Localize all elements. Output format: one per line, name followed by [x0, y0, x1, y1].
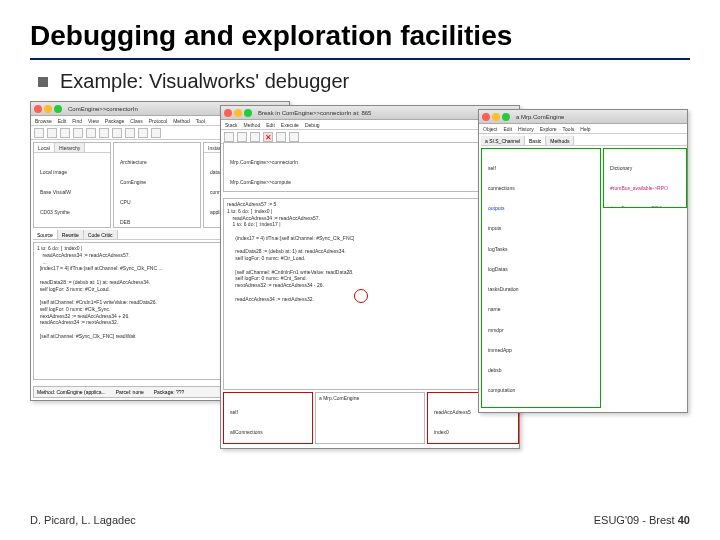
window-title: a Mrp.ComEngine	[516, 114, 564, 120]
tab[interactable]: Basic	[525, 136, 546, 145]
zoom-icon[interactable]	[244, 109, 252, 117]
toolbar-button[interactable]	[47, 128, 57, 138]
stack-frame[interactable]: Mrp.ComEngine>>compute	[227, 179, 515, 186]
tab[interactable]: Code Critic	[84, 230, 118, 239]
toolbar-button[interactable]	[86, 128, 96, 138]
list-item[interactable]: Architecture	[117, 159, 197, 166]
menu-bar[interactable]: Stack Method Edit Execute Debug	[221, 120, 519, 130]
ivar-item[interactable]: self	[485, 165, 597, 172]
minimize-icon[interactable]	[234, 109, 242, 117]
toolbar-button[interactable]	[99, 128, 109, 138]
ivar-item[interactable]: name	[485, 306, 597, 313]
menu-item[interactable]: Edit	[503, 126, 512, 132]
step-button[interactable]	[224, 132, 234, 142]
tab[interactable]: Hierarchy	[55, 143, 85, 152]
menu-item[interactable]: Edit	[266, 122, 275, 128]
step-into-button[interactable]	[237, 132, 247, 142]
list-item[interactable]: DEB	[117, 219, 197, 226]
tab[interactable]: a SI.S_Channel	[481, 136, 525, 145]
menu-item[interactable]: Browse	[35, 118, 52, 124]
step-over-button[interactable]	[250, 132, 260, 142]
status-parcel: Parcel: none	[116, 389, 144, 395]
menu-item[interactable]: Edit	[58, 118, 67, 124]
var-item[interactable]: index0	[431, 429, 515, 436]
continue-button[interactable]	[289, 132, 299, 142]
toolbar-button[interactable]	[112, 128, 122, 138]
list-item[interactable]: Base VisualW	[37, 189, 107, 196]
list-item[interactable]: ComEngine	[117, 179, 197, 186]
menu-item[interactable]: Help	[580, 126, 590, 132]
close-icon[interactable]	[34, 105, 42, 113]
toolbar-button[interactable]	[73, 128, 83, 138]
menu-item[interactable]: Package	[105, 118, 124, 124]
menu-item[interactable]: Object	[483, 126, 497, 132]
tab[interactable]: Source	[33, 230, 58, 239]
footer-venue: ESUG'09 - Brest	[594, 514, 675, 526]
bullet-icon	[38, 77, 48, 87]
list-item[interactable]: Local image	[37, 169, 107, 176]
stop-button[interactable]: ✕	[263, 132, 273, 142]
inspector-tabs: a SI.S_Channel Basic Methods	[481, 136, 687, 146]
menu-item[interactable]: Method	[244, 122, 261, 128]
ivar-item[interactable]: debsb	[485, 367, 597, 374]
menu-item[interactable]: Method	[173, 118, 190, 124]
var-item[interactable]: self	[227, 409, 309, 416]
tab[interactable]: Local	[34, 143, 55, 152]
menu-item[interactable]: Class	[130, 118, 143, 124]
menu-item[interactable]: Debug	[305, 122, 320, 128]
code-pane[interactable]: readAccAdress57 := 5. 1 to: 6 do: [ :ind…	[223, 198, 519, 390]
close-icon[interactable]	[224, 109, 232, 117]
zoom-icon[interactable]	[502, 113, 510, 121]
var-item[interactable]: allConnections	[227, 429, 309, 436]
ivar-item[interactable]: mmdpr	[485, 327, 597, 334]
value-line: #romBus_start->a RPO	[607, 205, 683, 208]
ivar-list[interactable]: self connections outputs inputs logTasks…	[481, 148, 601, 408]
value-pane[interactable]: a Mrp.ComEngine	[315, 392, 425, 444]
ivar-item[interactable]: immedApp	[485, 347, 597, 354]
footer-authors: D. Picard, L. Lagadec	[30, 514, 136, 526]
ivar-value-pane[interactable]: Dictionary #romBus_available->RPO #romBu…	[603, 148, 687, 208]
restart-button[interactable]	[276, 132, 286, 142]
toolbar-button[interactable]	[34, 128, 44, 138]
toolbar-button[interactable]	[60, 128, 70, 138]
value-line: #romBus_available->RPO	[607, 185, 683, 192]
stack-frame[interactable]: Mrp.ComEngine>>connectorIn	[227, 159, 515, 166]
package-list[interactable]: LocalHierarchy Local image Base VisualW …	[33, 142, 111, 228]
list-item[interactable]: CD03 Synthe	[37, 209, 107, 216]
titlebar: a Mrp.ComEngine	[479, 110, 687, 124]
stack-pane[interactable]: Mrp.ComEngine>>connectorIn Mrp.ComEngine…	[223, 142, 519, 192]
ivar-item[interactable]: tasksDuration	[485, 286, 597, 293]
menu-item[interactable]: Tool	[196, 118, 205, 124]
ivar-item[interactable]: inputs	[485, 225, 597, 232]
menu-item[interactable]: Find	[72, 118, 82, 124]
menu-item[interactable]: Execute	[281, 122, 299, 128]
menu-item[interactable]: Explore	[540, 126, 557, 132]
receiver-vars-pane[interactable]: self allConnections connections primitiv…	[223, 392, 313, 444]
menu-item[interactable]: History	[518, 126, 534, 132]
toolbar-button[interactable]	[125, 128, 135, 138]
menu-bar[interactable]: Object Edit History Explore Tools Help	[479, 124, 687, 134]
ivar-item[interactable]: computation	[485, 387, 597, 394]
toolbar-button[interactable]	[138, 128, 148, 138]
slide-footer: D. Picard, L. Lagadec ESUG'09 - Brest 40	[30, 514, 690, 526]
menu-item[interactable]: Tools	[563, 126, 575, 132]
class-list[interactable]: Architecture ComEngine CPU DEB Memory Me…	[113, 142, 201, 228]
ivar-item[interactable]: logDatas	[485, 266, 597, 273]
toolbar-button[interactable]	[151, 128, 161, 138]
ivar-item[interactable]: logTasks	[485, 246, 597, 253]
menu-item[interactable]: Protocol	[149, 118, 167, 124]
bullet-text: Example: Visualworks' debugger	[60, 70, 349, 93]
zoom-icon[interactable]	[54, 105, 62, 113]
ivar-item[interactable]: inputsSpon	[485, 408, 597, 409]
ivar-item[interactable]: connections	[485, 185, 597, 192]
list-item[interactable]: CPU	[117, 199, 197, 206]
menu-item[interactable]: View	[88, 118, 99, 124]
menu-item[interactable]: Stack	[225, 122, 238, 128]
close-icon[interactable]	[482, 113, 490, 121]
tab[interactable]: Methods	[546, 136, 574, 145]
footer-right: ESUG'09 - Brest 40	[594, 514, 690, 526]
minimize-icon[interactable]	[44, 105, 52, 113]
tab[interactable]: Rewrite	[58, 230, 84, 239]
ivar-item[interactable]: outputs	[485, 205, 597, 212]
minimize-icon[interactable]	[492, 113, 500, 121]
